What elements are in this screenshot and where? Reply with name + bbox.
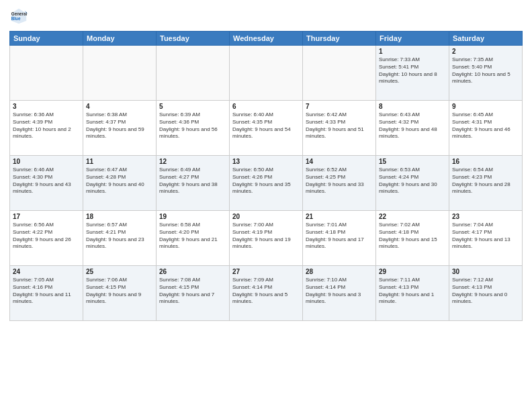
calendar-cell: 16Sunrise: 6:54 AM Sunset: 4:23 PM Dayli…: [449, 156, 523, 211]
calendar-cell: 6Sunrise: 6:40 AM Sunset: 4:35 PM Daylig…: [230, 101, 303, 156]
calendar-cell: 30Sunrise: 7:12 AM Sunset: 4:13 PM Dayli…: [449, 266, 523, 321]
svg-text:Blue: Blue: [11, 16, 21, 21]
day-info: Sunrise: 7:35 AM Sunset: 5:40 PM Dayligh…: [452, 56, 519, 85]
calendar-cell: 26Sunrise: 7:08 AM Sunset: 4:15 PM Dayli…: [157, 266, 230, 321]
day-info: Sunrise: 7:01 AM Sunset: 4:18 PM Dayligh…: [306, 222, 373, 250]
day-info: Sunrise: 6:38 AM Sunset: 4:37 PM Dayligh…: [86, 111, 153, 140]
day-info: Sunrise: 6:58 AM Sunset: 4:20 PM Dayligh…: [159, 222, 226, 250]
weekday-header: Saturday: [449, 32, 523, 46]
day-info: Sunrise: 6:43 AM Sunset: 4:32 PM Dayligh…: [379, 111, 446, 140]
calendar-cell: 11Sunrise: 6:47 AM Sunset: 4:28 PM Dayli…: [83, 156, 157, 211]
calendar-week-row: 3Sunrise: 6:36 AM Sunset: 4:39 PM Daylig…: [10, 101, 523, 156]
calendar-cell: 5Sunrise: 6:39 AM Sunset: 4:36 PM Daylig…: [157, 101, 230, 156]
calendar-cell: 15Sunrise: 6:53 AM Sunset: 4:24 PM Dayli…: [376, 156, 449, 211]
day-number: 25: [86, 268, 153, 275]
day-info: Sunrise: 6:50 AM Sunset: 4:26 PM Dayligh…: [232, 167, 300, 195]
calendar-cell: [83, 46, 157, 101]
day-number: 20: [232, 213, 300, 220]
calendar-cell: 2Sunrise: 7:35 AM Sunset: 5:40 PM Daylig…: [449, 46, 523, 101]
calendar-cell: 27Sunrise: 7:09 AM Sunset: 4:14 PM Dayli…: [230, 266, 303, 321]
logo: General Blue: [9, 7, 31, 26]
calendar-cell: 23Sunrise: 7:04 AM Sunset: 4:17 PM Dayli…: [449, 211, 523, 266]
day-info: Sunrise: 7:02 AM Sunset: 4:18 PM Dayligh…: [379, 222, 446, 250]
day-number: 12: [159, 158, 226, 165]
day-info: Sunrise: 7:06 AM Sunset: 4:15 PM Dayligh…: [86, 277, 153, 306]
day-number: 1: [379, 48, 446, 55]
weekday-header: Monday: [83, 32, 157, 46]
day-info: Sunrise: 7:05 AM Sunset: 4:16 PM Dayligh…: [13, 277, 80, 306]
weekday-header: Sunday: [10, 32, 83, 46]
calendar-cell: 13Sunrise: 6:50 AM Sunset: 4:26 PM Dayli…: [230, 156, 303, 211]
day-info: Sunrise: 7:10 AM Sunset: 4:14 PM Dayligh…: [306, 277, 373, 306]
calendar-cell: 14Sunrise: 6:52 AM Sunset: 4:25 PM Dayli…: [303, 156, 376, 211]
day-info: Sunrise: 6:46 AM Sunset: 4:30 PM Dayligh…: [13, 167, 80, 195]
calendar-table: SundayMondayTuesdayWednesdayThursdayFrid…: [9, 31, 523, 321]
day-number: 9: [452, 103, 519, 110]
calendar-cell: 28Sunrise: 7:10 AM Sunset: 4:14 PM Dayli…: [303, 266, 376, 321]
calendar-cell: 1Sunrise: 7:33 AM Sunset: 5:41 PM Daylig…: [376, 46, 449, 101]
weekday-header: Tuesday: [157, 32, 230, 46]
day-number: 28: [306, 268, 373, 275]
day-number: 23: [452, 213, 519, 220]
calendar-cell: [10, 46, 83, 101]
calendar-cell: 9Sunrise: 6:45 AM Sunset: 4:31 PM Daylig…: [449, 101, 523, 156]
day-info: Sunrise: 7:09 AM Sunset: 4:14 PM Dayligh…: [232, 277, 300, 306]
day-number: 26: [159, 268, 226, 275]
day-number: 24: [13, 268, 80, 275]
day-info: Sunrise: 6:47 AM Sunset: 4:28 PM Dayligh…: [86, 167, 153, 195]
calendar-cell: 8Sunrise: 6:43 AM Sunset: 4:32 PM Daylig…: [376, 101, 449, 156]
calendar-cell: 29Sunrise: 7:11 AM Sunset: 4:13 PM Dayli…: [376, 266, 449, 321]
day-info: Sunrise: 6:54 AM Sunset: 4:23 PM Dayligh…: [452, 167, 519, 195]
day-number: 19: [159, 213, 226, 220]
svg-text:General: General: [11, 11, 28, 16]
logo-icon: General Blue: [9, 7, 28, 26]
day-info: Sunrise: 7:00 AM Sunset: 4:19 PM Dayligh…: [232, 222, 300, 250]
day-info: Sunrise: 6:56 AM Sunset: 4:22 PM Dayligh…: [13, 222, 80, 250]
day-number: 8: [379, 103, 446, 110]
day-number: 15: [379, 158, 446, 165]
day-number: 16: [452, 158, 519, 165]
calendar-week-row: 17Sunrise: 6:56 AM Sunset: 4:22 PM Dayli…: [10, 211, 523, 266]
calendar-cell: 10Sunrise: 6:46 AM Sunset: 4:30 PM Dayli…: [10, 156, 83, 211]
calendar-cell: 7Sunrise: 6:42 AM Sunset: 4:33 PM Daylig…: [303, 101, 376, 156]
page-header: General Blue: [9, 7, 523, 26]
day-info: Sunrise: 7:08 AM Sunset: 4:15 PM Dayligh…: [159, 277, 226, 306]
day-info: Sunrise: 6:42 AM Sunset: 4:33 PM Dayligh…: [306, 111, 373, 140]
day-number: 30: [452, 268, 519, 275]
day-number: 22: [379, 213, 446, 220]
calendar-cell: 12Sunrise: 6:49 AM Sunset: 4:27 PM Dayli…: [157, 156, 230, 211]
calendar-cell: [157, 46, 230, 101]
day-number: 27: [232, 268, 300, 275]
day-number: 14: [306, 158, 373, 165]
calendar-cell: 22Sunrise: 7:02 AM Sunset: 4:18 PM Dayli…: [376, 211, 449, 266]
day-info: Sunrise: 6:36 AM Sunset: 4:39 PM Dayligh…: [13, 111, 80, 140]
day-info: Sunrise: 6:52 AM Sunset: 4:25 PM Dayligh…: [306, 167, 373, 195]
calendar-cell: 24Sunrise: 7:05 AM Sunset: 4:16 PM Dayli…: [10, 266, 83, 321]
day-number: 2: [452, 48, 519, 55]
weekday-header: Thursday: [303, 32, 376, 46]
day-number: 13: [232, 158, 300, 165]
calendar-week-row: 10Sunrise: 6:46 AM Sunset: 4:30 PM Dayli…: [10, 156, 523, 211]
day-number: 3: [13, 103, 80, 110]
calendar-cell: 3Sunrise: 6:36 AM Sunset: 4:39 PM Daylig…: [10, 101, 83, 156]
weekday-header: Wednesday: [230, 32, 303, 46]
calendar-cell: 17Sunrise: 6:56 AM Sunset: 4:22 PM Dayli…: [10, 211, 83, 266]
day-info: Sunrise: 7:33 AM Sunset: 5:41 PM Dayligh…: [379, 56, 446, 85]
calendar-cell: 19Sunrise: 6:58 AM Sunset: 4:20 PM Dayli…: [157, 211, 230, 266]
day-info: Sunrise: 6:57 AM Sunset: 4:21 PM Dayligh…: [86, 222, 153, 250]
day-info: Sunrise: 7:04 AM Sunset: 4:17 PM Dayligh…: [452, 222, 519, 250]
day-number: 4: [86, 103, 153, 110]
weekday-header: Friday: [376, 32, 449, 46]
day-info: Sunrise: 6:40 AM Sunset: 4:35 PM Dayligh…: [232, 111, 300, 140]
calendar-cell: 25Sunrise: 7:06 AM Sunset: 4:15 PM Dayli…: [83, 266, 157, 321]
day-info: Sunrise: 6:39 AM Sunset: 4:36 PM Dayligh…: [159, 111, 226, 140]
calendar-cell: 21Sunrise: 7:01 AM Sunset: 4:18 PM Dayli…: [303, 211, 376, 266]
calendar-cell: [303, 46, 376, 101]
calendar-cell: 4Sunrise: 6:38 AM Sunset: 4:37 PM Daylig…: [83, 101, 157, 156]
day-number: 6: [232, 103, 300, 110]
calendar-week-row: 24Sunrise: 7:05 AM Sunset: 4:16 PM Dayli…: [10, 266, 523, 321]
day-number: 17: [13, 213, 80, 220]
calendar-week-row: 1Sunrise: 7:33 AM Sunset: 5:41 PM Daylig…: [10, 46, 523, 101]
day-info: Sunrise: 6:49 AM Sunset: 4:27 PM Dayligh…: [159, 167, 226, 195]
day-number: 11: [86, 158, 153, 165]
